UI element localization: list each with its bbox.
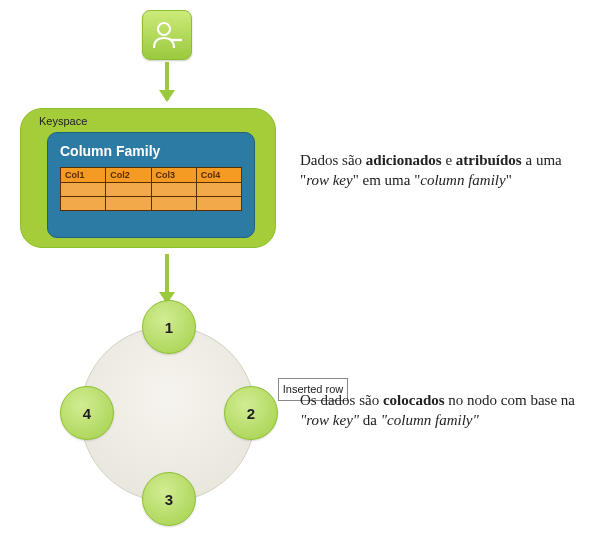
node-label: 1 <box>165 319 173 336</box>
column-family-box: Column Family Col1 Col2 Col3 Col4 <box>47 132 255 238</box>
text: Os dados são <box>300 392 383 408</box>
svg-point-0 <box>158 23 170 35</box>
table-row <box>61 197 242 211</box>
keyspace-box: Keyspace Column Family Col1 Col2 Col3 Co… <box>20 108 276 248</box>
caption-bottom: Os dados são colocados no nodo com base … <box>300 390 580 431</box>
table-header-row: Col1 Col2 Col3 Col4 <box>61 168 242 183</box>
text-italic: row key <box>306 172 353 188</box>
text: " em uma " <box>353 172 421 188</box>
col-header: Col1 <box>61 168 106 183</box>
node-1: 1 <box>142 300 196 354</box>
node-label: 3 <box>165 491 173 508</box>
text: Dados são <box>300 152 366 168</box>
arrow-user-to-keyspace <box>165 62 169 100</box>
user-silhouette-icon <box>150 18 184 52</box>
col-header: Col3 <box>151 168 196 183</box>
caption-top: Dados são adicionados e atribuídos a uma… <box>300 150 580 191</box>
text: e <box>442 152 456 168</box>
arrow-keyspace-to-ring <box>165 254 169 302</box>
text: " <box>506 172 512 188</box>
text: no nodo com base na <box>445 392 575 408</box>
column-family-title: Column Family <box>60 143 242 159</box>
text: da <box>359 412 381 428</box>
node-2: 2 <box>224 386 278 440</box>
node-ring-diagram: 1 2 3 4 Inserted row <box>60 300 280 530</box>
node-3: 3 <box>142 472 196 526</box>
keyspace-label: Keyspace <box>39 115 87 127</box>
text-italic: "column family" <box>381 412 479 428</box>
col-header: Col4 <box>196 168 241 183</box>
column-family-table: Col1 Col2 Col3 Col4 <box>60 167 242 211</box>
node-label: 4 <box>83 405 91 422</box>
text-italic: column family <box>420 172 505 188</box>
text-bold: adicionados <box>366 152 442 168</box>
text-bold: atribuídos <box>456 152 522 168</box>
text-italic: "row key" <box>300 412 359 428</box>
user-icon <box>142 10 192 60</box>
node-4: 4 <box>60 386 114 440</box>
text-bold: colocados <box>383 392 445 408</box>
col-header: Col2 <box>106 168 151 183</box>
node-label: 2 <box>247 405 255 422</box>
table-row <box>61 183 242 197</box>
